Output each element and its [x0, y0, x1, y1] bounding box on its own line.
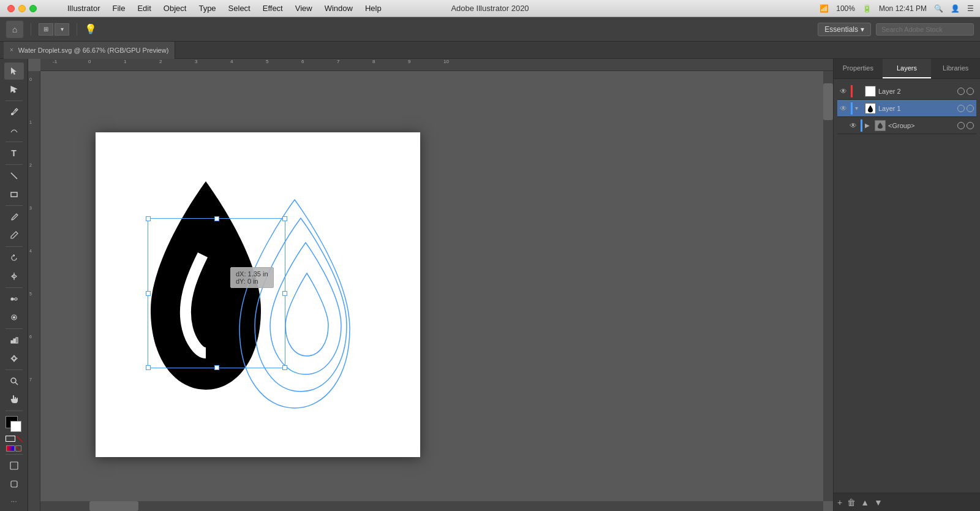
select-tool[interactable] — [4, 62, 24, 80]
new-layer-button[interactable]: + — [837, 498, 842, 507]
tool-separator-3 — [6, 164, 23, 165]
mac-title-bar: Illustrator File Edit Object Type Select… — [0, 0, 980, 17]
minimize-button[interactable] — [18, 5, 26, 12]
tool-separator-7 — [6, 328, 23, 329]
svg-rect-4 — [11, 192, 17, 197]
draw-mode-button[interactable] — [4, 457, 24, 474]
target-indicator-layer1[interactable] — [957, 105, 965, 112]
ruler-mark: 6 — [301, 59, 304, 64]
app-toolbar: ⌂ ⊞ ▾ 💡 Essentials ▾ — [0, 17, 980, 42]
menu-view[interactable]: View — [289, 0, 318, 17]
tool-separator-10 — [6, 454, 23, 455]
move-up-button[interactable]: ▲ — [861, 498, 869, 507]
scrollbar-bottom[interactable] — [40, 501, 823, 511]
essentials-button[interactable]: Essentials ▾ — [818, 23, 871, 36]
menu-type[interactable]: Type — [192, 0, 222, 17]
stroke-indicator — [6, 436, 15, 442]
document-tab[interactable]: × Water Droplet.svg @ 66.67% (RGB/GPU Pr… — [4, 42, 175, 59]
mesh-tool[interactable] — [4, 350, 24, 367]
target-indicator-group[interactable] — [957, 122, 965, 129]
layer-controls-group — [957, 122, 974, 129]
rotate-tool[interactable] — [4, 249, 24, 267]
bulb-icon[interactable]: 💡 — [85, 23, 97, 35]
gradient-swatch[interactable] — [6, 445, 15, 452]
svg-rect-18 — [865, 86, 875, 96]
visibility-icon-group[interactable]: 👁 — [850, 121, 858, 130]
tool-separator-4 — [6, 205, 23, 206]
scroll-thumb-horizontal[interactable] — [89, 501, 138, 511]
svg-point-7 — [15, 298, 17, 300]
canvas-area[interactable]: -1 0 1 2 3 4 5 6 7 8 9 10 0 1 2 3 4 5 6 — [28, 59, 833, 511]
tab-properties[interactable]: Properties — [834, 59, 883, 78]
ruler-mark: 1 — [124, 59, 126, 64]
rectangle-tool[interactable] — [4, 186, 24, 203]
layer-controls-layer1 — [957, 105, 974, 112]
line-tool[interactable] — [4, 167, 24, 184]
artboard-container: dX: 1.35 in dY: 0 in — [40, 71, 823, 501]
menu-select[interactable]: Select — [222, 0, 257, 17]
scrollbar-right[interactable] — [823, 71, 833, 501]
menu-edit[interactable]: Edit — [131, 0, 157, 17]
close-tab-button[interactable]: × — [10, 47, 13, 53]
screen-mode-button[interactable] — [4, 475, 24, 493]
menu-file[interactable]: File — [106, 0, 131, 17]
layer-controls-layer2 — [957, 88, 974, 95]
layer-row-group[interactable]: 👁 ▶ <Group> — [837, 117, 976, 134]
hand-tool[interactable] — [4, 391, 24, 408]
scroll-thumb-vertical[interactable] — [823, 83, 833, 120]
more-tools-button[interactable]: ··· — [10, 495, 17, 507]
type-tool[interactable]: T — [4, 145, 24, 162]
tab-layers[interactable]: Layers — [883, 59, 932, 78]
pencil-tool[interactable] — [4, 227, 24, 244]
visibility-toggle-layer1[interactable] — [967, 105, 974, 112]
maximize-button[interactable] — [29, 5, 37, 12]
grid-view-button[interactable]: ⊞ — [39, 23, 53, 36]
menu-effect[interactable]: Effect — [257, 0, 289, 17]
control-center-icon[interactable]: ☰ — [967, 4, 974, 13]
expand-layer1[interactable]: ▾ — [855, 105, 862, 112]
tool-separator-6 — [6, 287, 23, 288]
menu-illustrator[interactable]: Illustrator — [61, 0, 106, 17]
layer-row-layer2[interactable]: 👁 Layer 2 — [837, 83, 976, 100]
home-button[interactable]: ⌂ — [6, 21, 23, 38]
visibility-toggle-layer2[interactable] — [967, 88, 974, 95]
menu-object[interactable]: Object — [157, 0, 193, 17]
move-down-button[interactable]: ▼ — [874, 498, 883, 507]
pen-tool[interactable] — [4, 104, 24, 121]
menu-window[interactable]: Window — [318, 0, 359, 17]
svg-point-2 — [11, 113, 13, 115]
stock-search-input[interactable] — [876, 23, 974, 36]
search-icon[interactable]: 🔍 — [934, 4, 943, 13]
delete-layer-button[interactable]: 🗑 — [847, 498, 856, 507]
layout-dropdown[interactable]: ▾ — [55, 23, 69, 36]
reflect-tool[interactable] — [4, 268, 24, 285]
paintbrush-tool[interactable] — [4, 208, 24, 225]
svg-line-15 — [15, 382, 18, 385]
none-swatch[interactable] — [15, 445, 21, 452]
direct-select-tool[interactable] — [4, 81, 24, 98]
water-droplet-black — [151, 181, 261, 390]
svg-rect-13 — [16, 338, 18, 343]
user-icon[interactable]: 👤 — [951, 4, 960, 13]
zoom-tool[interactable] — [4, 373, 24, 390]
expand-group[interactable]: ▶ — [865, 122, 872, 129]
main-layout: T — [0, 59, 980, 511]
visibility-toggle-group[interactable] — [967, 122, 974, 129]
symbol-tool[interactable] — [4, 309, 24, 326]
visibility-icon-layer1[interactable]: 👁 — [840, 104, 848, 113]
layer-row-layer1[interactable]: 👁 ▾ Layer 1 — [837, 100, 976, 117]
visibility-icon-layer2[interactable]: 👁 — [840, 87, 848, 96]
blend-tool[interactable] — [4, 290, 24, 308]
tab-libraries[interactable]: Libraries — [931, 59, 980, 78]
apple-menu[interactable] — [49, 0, 61, 17]
curvature-tool[interactable] — [4, 122, 24, 139]
column-graph-tool[interactable] — [4, 331, 24, 349]
ruler-mark: 8 — [372, 59, 375, 64]
ruler-mark: 1 — [29, 120, 32, 124]
traffic-lights — [0, 5, 37, 12]
layer-thumb-layer1 — [865, 103, 876, 114]
menu-help[interactable]: Help — [359, 0, 388, 17]
background-color[interactable] — [10, 421, 21, 432]
close-button[interactable] — [7, 5, 15, 12]
target-indicator-layer2[interactable] — [957, 88, 965, 95]
